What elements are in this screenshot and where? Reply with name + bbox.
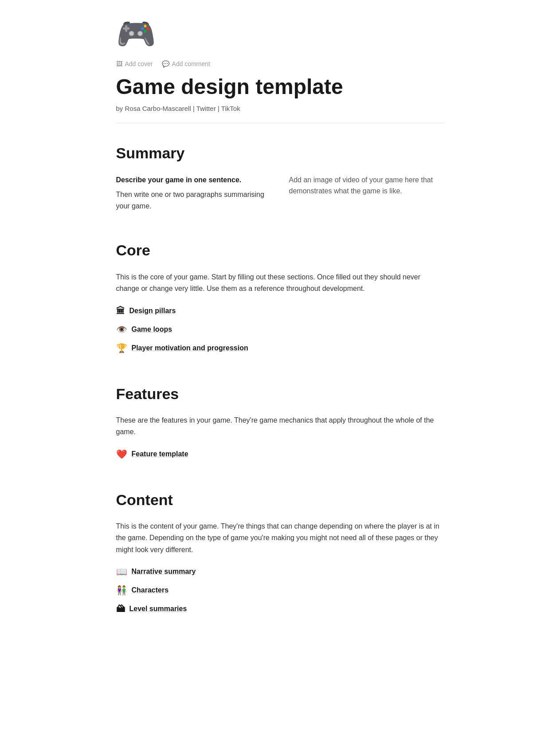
toolbar: 🖼 Add cover 💬 Add comment <box>116 60 444 67</box>
player-motivation-link[interactable]: Player motivation and progression <box>132 342 248 354</box>
tiktok-link[interactable]: TikTok <box>221 105 240 112</box>
content-section: Content This is the content of your game… <box>116 488 444 616</box>
add-cover-button[interactable]: 🖼 Add cover <box>116 60 153 67</box>
page-title: Game design template <box>116 74 444 99</box>
features-section: Features These are the features in your … <box>116 382 444 461</box>
summary-two-col: Describe your game in one sentence. Then… <box>116 174 444 212</box>
summary-heading: Summary <box>116 141 444 165</box>
narrative-summary-icon: 📖 <box>116 565 127 579</box>
feature-template-link[interactable]: Feature template <box>132 448 188 460</box>
design-pillars-icon: 🏛 <box>116 304 125 318</box>
level-summaries-link[interactable]: Level summaries <box>129 603 187 615</box>
core-section: Core This is the core of your game. Star… <box>116 238 444 355</box>
byline-prefix: by Rosa Carbo-Mascarell <box>116 105 191 112</box>
list-item: 👁️ Game loops <box>116 322 444 337</box>
add-comment-button[interactable]: 💬 Add comment <box>162 60 210 67</box>
list-item: 📖 Narrative summary <box>116 565 444 579</box>
page-icon: 🎮 <box>116 18 152 53</box>
core-heading: Core <box>116 238 444 262</box>
page-container: 🎮 🖼 Add cover 💬 Add comment Game design … <box>81 0 480 678</box>
summary-section: Summary Describe your game in one senten… <box>116 141 444 212</box>
core-link-list: 🏛 Design pillars 👁️ Game loops 🏆 Player … <box>116 304 444 355</box>
summary-col-left-body: Then write one or two paragraphs summari… <box>116 189 271 212</box>
design-pillars-link[interactable]: Design pillars <box>129 305 176 317</box>
add-comment-icon: 💬 <box>162 60 169 67</box>
level-summaries-icon: 🏔 <box>116 602 125 616</box>
list-item: ❤️ Feature template <box>116 447 444 461</box>
game-loops-icon: 👁️ <box>116 322 127 337</box>
feature-template-icon: ❤️ <box>116 447 127 461</box>
page-byline: by Rosa Carbo-Mascarell | Twitter | TikT… <box>116 103 444 114</box>
content-description: This is the content of your game. They'r… <box>116 521 444 556</box>
list-item: 🏆 Player motivation and progression <box>116 341 444 355</box>
characters-icon: 👫 <box>116 583 127 597</box>
core-description: This is the core of your game. Start by … <box>116 271 444 295</box>
features-heading: Features <box>116 382 444 406</box>
header-divider <box>116 123 444 123</box>
narrative-summary-link[interactable]: Narrative summary <box>132 566 196 577</box>
content-link-list: 📖 Narrative summary 👫 Characters 🏔 Level… <box>116 565 444 616</box>
list-item: 🏛 Design pillars <box>116 304 444 318</box>
summary-col-left-title: Describe your game in one sentence. <box>116 174 271 186</box>
add-comment-label: Add comment <box>172 60 210 67</box>
twitter-link[interactable]: Twitter <box>196 105 216 112</box>
characters-link[interactable]: Characters <box>132 584 169 596</box>
list-item: 👫 Characters <box>116 583 444 597</box>
add-cover-label: Add cover <box>125 60 153 67</box>
features-link-list: ❤️ Feature template <box>116 447 444 461</box>
content-heading: Content <box>116 488 444 512</box>
summary-col-right-body: Add an image of video of your game here … <box>289 174 444 197</box>
list-item: 🏔 Level summaries <box>116 602 444 616</box>
features-description: These are the features in your game. The… <box>116 415 444 438</box>
byline-separator2: | <box>218 105 221 112</box>
byline-separator1: | <box>193 105 196 112</box>
game-loops-link[interactable]: Game loops <box>132 324 172 335</box>
add-cover-icon: 🖼 <box>116 60 122 67</box>
summary-col-right: Add an image of video of your game here … <box>289 174 444 212</box>
summary-col-left: Describe your game in one sentence. Then… <box>116 174 271 212</box>
player-motivation-icon: 🏆 <box>116 341 127 355</box>
